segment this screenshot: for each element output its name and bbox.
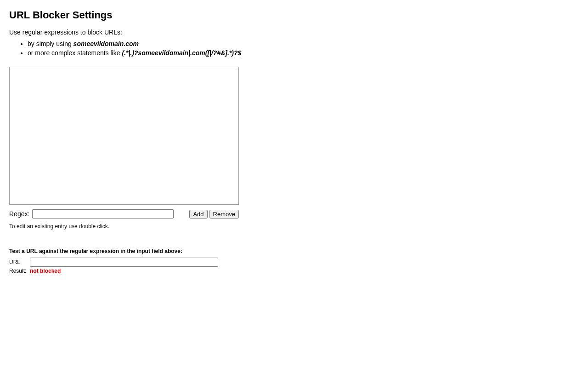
- example-prefix: or more complex statements like: [28, 49, 122, 57]
- regex-input[interactable]: [32, 209, 174, 218]
- edit-hint: To edit an existing entry use double cli…: [9, 223, 579, 230]
- test-result-label: Result:: [9, 267, 30, 275]
- test-section: Test a URL against the regular expressio…: [9, 248, 579, 275]
- example-regex-complex: (.*|.)?someevildomain|.com([|/?#&].*)?$: [122, 49, 241, 57]
- test-table: URL: Result: not blocked: [9, 257, 220, 275]
- regex-input-row: Regex: Add Remove: [9, 209, 239, 218]
- example-regex-simple: someevildomain.com: [74, 40, 139, 47]
- intro-text: Use regular expressions to block URLs:: [9, 29, 579, 36]
- example-item-complex: or more complex statements like (.*|.)?s…: [28, 49, 579, 58]
- add-button[interactable]: Add: [189, 210, 207, 218]
- remove-button[interactable]: Remove: [209, 210, 239, 218]
- test-result-value: not blocked: [30, 268, 61, 274]
- test-heading: Test a URL against the regular expressio…: [9, 248, 579, 254]
- test-url-input[interactable]: [30, 258, 218, 267]
- regex-label: Regex:: [9, 210, 29, 218]
- examples-list: by simply using someevildomain.com or mo…: [9, 40, 579, 58]
- example-item-simple: by simply using someevildomain.com: [28, 40, 579, 49]
- page-title: URL Blocker Settings: [9, 9, 579, 21]
- example-prefix: by simply using: [28, 40, 74, 47]
- blocked-urls-listbox[interactable]: [9, 67, 239, 205]
- test-url-label: URL:: [9, 257, 30, 267]
